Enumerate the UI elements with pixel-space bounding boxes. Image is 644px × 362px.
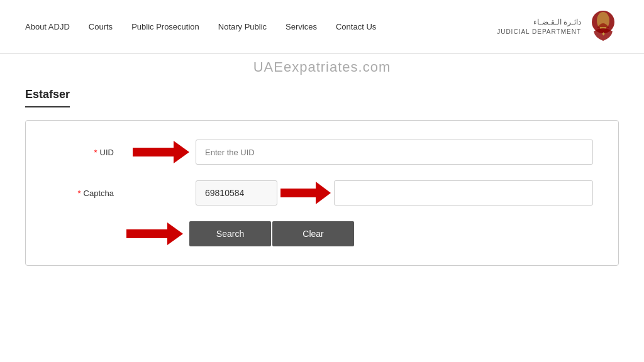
buttons-arrow-area bbox=[51, 222, 189, 245]
page-content: Estafser *UID *Captcha 69810584 bbox=[0, 80, 644, 266]
clear-button[interactable]: Clear bbox=[272, 221, 354, 246]
nav-about[interactable]: About ADJD bbox=[25, 22, 70, 31]
logo-area: دائـرة الـقـضـاء JUDICIAL DEPARTMENT ✦ bbox=[497, 9, 619, 44]
uid-label: *UID bbox=[51, 148, 126, 157]
logo-text: دائـرة الـقـضـاء JUDICIAL DEPARTMENT bbox=[497, 17, 581, 36]
nav-public-prosecution[interactable]: Public Prosecution bbox=[131, 22, 199, 31]
nav-courts[interactable]: Courts bbox=[89, 22, 113, 31]
svg-marker-7 bbox=[316, 182, 331, 204]
captcha-input[interactable] bbox=[334, 180, 593, 206]
header: About ADJD Courts Public Prosecution Not… bbox=[0, 0, 644, 54]
search-button[interactable]: Search bbox=[189, 221, 271, 246]
logo-english: JUDICIAL DEPARTMENT bbox=[497, 28, 581, 36]
uid-arrow-container bbox=[126, 141, 196, 163]
judicial-department-emblem: ✦ bbox=[587, 9, 619, 44]
watermark: UAEexpatriates.com bbox=[0, 54, 644, 80]
nav-notary-public[interactable]: Notary Public bbox=[218, 22, 267, 31]
uid-required-star: * bbox=[94, 148, 97, 157]
buttons-row: Search Clear bbox=[51, 221, 593, 246]
uid-row: *UID bbox=[51, 140, 593, 165]
captcha-code-display: 69810584 bbox=[196, 180, 277, 206]
page-title: Estafser bbox=[25, 80, 70, 107]
arrow-right-search-icon bbox=[126, 222, 183, 245]
svg-rect-4 bbox=[133, 148, 174, 156]
nav-services[interactable]: Services bbox=[286, 22, 317, 31]
navigation: About ADJD Courts Public Prosecution Not… bbox=[25, 22, 376, 31]
arrow-right-uid-icon bbox=[133, 141, 189, 163]
arrow-right-captcha-icon bbox=[280, 182, 331, 204]
nav-contact-us[interactable]: Contact Us bbox=[336, 22, 376, 31]
svg-rect-6 bbox=[280, 189, 316, 197]
form-container: *UID *Captcha 69810584 bbox=[25, 120, 619, 266]
captcha-required-star: * bbox=[78, 189, 81, 198]
captcha-arrow-container bbox=[277, 182, 334, 204]
captcha-row: *Captcha 69810584 bbox=[51, 180, 593, 206]
svg-rect-8 bbox=[126, 229, 167, 238]
svg-marker-5 bbox=[174, 141, 189, 163]
captcha-label: *Captcha bbox=[51, 189, 126, 198]
svg-marker-9 bbox=[167, 222, 183, 245]
uid-input[interactable] bbox=[196, 140, 593, 165]
svg-text:✦: ✦ bbox=[601, 31, 606, 37]
logo-arabic: دائـرة الـقـضـاء bbox=[497, 17, 581, 28]
